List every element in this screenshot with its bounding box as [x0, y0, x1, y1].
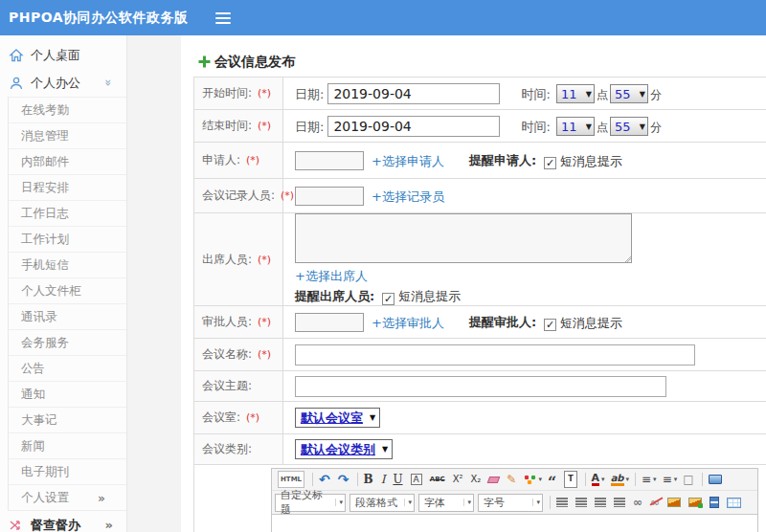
time-label: 时间:	[522, 87, 551, 101]
remove-link-button[interactable]: ∞	[647, 494, 665, 511]
page-title: 会议信息发布	[214, 54, 295, 71]
required-marker: (*)	[258, 316, 271, 328]
choose-approver-link[interactable]: +选择审批人	[372, 315, 444, 329]
toolbar-separator	[585, 473, 586, 486]
meeting-subject-input[interactable]	[295, 376, 666, 397]
sidebar-item-meeting-service[interactable]: 会务服务	[9, 329, 126, 355]
subscript-button[interactable]: X₂	[467, 471, 485, 488]
field-label: 会议室:	[202, 410, 240, 424]
field-label: 会议类别:	[202, 442, 252, 455]
underline-button[interactable]: U	[390, 471, 407, 488]
blockquote-button[interactable]: “	[545, 471, 561, 488]
recorder-input[interactable]	[295, 187, 364, 206]
ordered-list-button[interactable]: ≡▾	[639, 471, 660, 488]
minute-suffix: 分	[650, 88, 662, 101]
align-right-button[interactable]	[592, 494, 611, 511]
insert-table-button[interactable]	[724, 494, 746, 511]
sidebar-item-personal-file-cabinet[interactable]: 个人文件柜	[9, 277, 126, 303]
sidebar-item-work-plan[interactable]: 工作计划	[9, 226, 126, 252]
sidebar-item-notice[interactable]: 通知	[9, 381, 126, 407]
approver-input[interactable]	[295, 313, 364, 332]
page-break-button[interactable]	[707, 494, 724, 511]
strikethrough-button[interactable]: ABC	[427, 471, 450, 488]
form-row-applicant: 申请人: (*) +选择申请人提醒申请人:✓短消息提示	[194, 143, 766, 179]
insert-image-button[interactable]	[665, 494, 686, 511]
choose-recorder-link[interactable]: +选择记录员	[372, 188, 444, 203]
bold-button[interactable]: B	[361, 471, 378, 488]
font-size-select[interactable]: 字号▾	[478, 494, 543, 512]
sidebar-item-contacts[interactable]: 通讯录	[9, 303, 126, 329]
unordered-list-button[interactable]: ≡▾	[660, 471, 681, 488]
sidebar-item-internal-mail[interactable]: 内部邮件	[9, 148, 126, 174]
menu-icon[interactable]	[215, 12, 231, 24]
start-hour-select[interactable]: 11▼	[556, 84, 595, 103]
end-minute-select[interactable]: 55▼	[610, 117, 648, 136]
sms-remind-checkbox[interactable]: ✓	[544, 319, 556, 331]
editor-content-area[interactable]	[272, 514, 757, 532]
italic-button[interactable]: I	[378, 471, 391, 488]
toolbar-separator	[702, 473, 703, 486]
font-border-button[interactable]: A	[408, 471, 427, 488]
editor-toolbar-row2: 自定义标题▾ 段落格式▾ 字体▾ 字号▾ ∞∞	[272, 491, 757, 514]
upload-image-button[interactable]	[686, 494, 707, 511]
attendees-textarea[interactable]	[295, 213, 632, 263]
sidebar-item-personal-settings[interactable]: 个人设置 »	[9, 484, 126, 510]
choose-applicant-link[interactable]: +选择申请人	[372, 153, 444, 167]
sms-remind-checkbox[interactable]: ✓	[544, 157, 556, 169]
html-source-button[interactable]: HTML	[275, 471, 309, 488]
start-minute-select[interactable]: 55▼	[610, 84, 648, 103]
home-icon	[9, 48, 24, 63]
end-date-input[interactable]	[327, 116, 500, 137]
toolbar-separator	[357, 473, 358, 486]
new-page-button[interactable]: □	[680, 471, 698, 488]
rich-text-editor: HTML↶↷BIUAABCX²X₂✎▾“TA▾ab▾≡▾≡▾□ 自定义标题▾ 段…	[271, 468, 758, 532]
choose-attendees-link[interactable]: +选择出席人	[295, 268, 766, 285]
sidebar-item-e-journal[interactable]: 电子期刊	[9, 458, 126, 484]
superscript-button[interactable]: X²	[450, 471, 468, 488]
time-label: 时间:	[522, 120, 551, 134]
app-title: PHPOA协同办公软件政务版	[0, 10, 189, 27]
date-label: 日期:	[295, 87, 324, 101]
sidebar-item-personal-desktop[interactable]: 个人桌面	[0, 41, 126, 69]
paragraph-format-select[interactable]: 段落格式▾	[349, 494, 415, 512]
sidebar-item-personal-office[interactable]: 个人办公 »	[0, 69, 126, 97]
align-center-button[interactable]	[573, 494, 592, 511]
required-marker: (*)	[246, 411, 259, 424]
color-palette-button[interactable]: ▾	[521, 471, 545, 488]
redo-button[interactable]: ↷	[335, 471, 354, 488]
custom-title-select[interactable]: 自定义标题▾	[275, 494, 346, 512]
form-row-meeting-subject: 会议主题:	[194, 371, 766, 402]
chevron-right-icon: »	[98, 491, 105, 505]
sidebar-item-online-attendance[interactable]: 在线考勤	[9, 97, 126, 122]
field-label: 审批人员:	[202, 315, 252, 328]
sidebar-item-work-log[interactable]: 工作日志	[9, 200, 126, 226]
format-brush-button[interactable]: ✎	[504, 471, 521, 488]
fullscreen-button[interactable]	[706, 471, 727, 488]
font-color-button[interactable]: A▾	[589, 471, 608, 488]
highlight-color-button[interactable]: ab▾	[608, 471, 632, 488]
meeting-category-select[interactable]: 默认会议类别▼	[295, 439, 393, 459]
sms-remind-checkbox[interactable]: ✓	[382, 293, 394, 305]
end-hour-select[interactable]: 11▼	[556, 117, 595, 136]
toolbar-separator	[550, 496, 551, 509]
meeting-name-input[interactable]	[295, 344, 695, 366]
sidebar-item-message-management[interactable]: 消息管理	[9, 122, 126, 148]
align-left-button[interactable]	[553, 494, 573, 511]
sidebar-item-news[interactable]: 新闻	[9, 432, 126, 458]
sidebar-item-announcement[interactable]: 公告	[9, 355, 126, 381]
applicant-input[interactable]	[295, 151, 364, 170]
chevron-down-icon: ▾	[532, 499, 540, 506]
sms-remind-label: 短消息提示	[560, 315, 622, 329]
font-family-select[interactable]: 字体▾	[418, 494, 474, 512]
sidebar-item-supervision[interactable]: 督查督办 »	[0, 511, 126, 532]
sidebar-item-schedule[interactable]: 日程安排	[9, 174, 126, 200]
paste-as-text-button[interactable]: T	[561, 471, 581, 488]
insert-link-button[interactable]: ∞	[630, 494, 647, 511]
remove-format-button[interactable]	[485, 471, 504, 488]
meeting-room-select[interactable]: 默认会议室▼	[295, 408, 380, 428]
undo-button[interactable]: ↶	[316, 471, 335, 488]
sidebar-item-major-events[interactable]: 大事记	[9, 407, 126, 432]
start-date-input[interactable]	[327, 83, 500, 104]
sidebar-item-mobile-sms[interactable]: 手机短信	[9, 252, 126, 277]
justify-button[interactable]	[611, 494, 630, 511]
